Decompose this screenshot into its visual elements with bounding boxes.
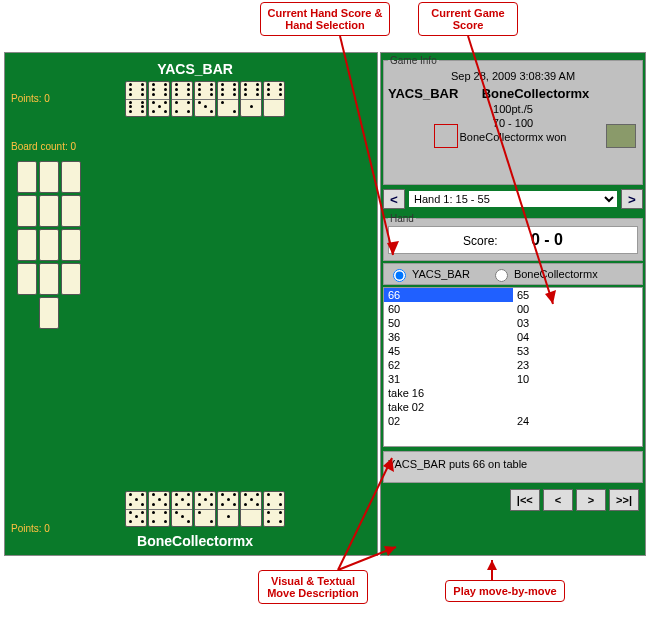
radio-p2[interactable]: BoneCollectormx bbox=[490, 266, 598, 282]
prev-move-button[interactable]: < bbox=[543, 489, 573, 511]
top-hand bbox=[125, 81, 285, 117]
game-players: YACS_BAR BoneCollectormx bbox=[388, 86, 638, 101]
boneyard bbox=[17, 161, 81, 331]
points-bottom-label: Points: 0 bbox=[11, 523, 50, 534]
radio-p1[interactable]: YACS_BAR bbox=[388, 266, 470, 282]
game-info-panel: Game Info Sep 28, 2009 3:08:39 AM YACS_B… bbox=[383, 55, 643, 185]
prev-hand-button[interactable]: < bbox=[383, 189, 405, 209]
points-top-label: Points: 0 bbox=[11, 93, 50, 104]
game-board: YACS_BAR Points: 0 Board count: 0 Points… bbox=[4, 52, 378, 556]
svg-marker-9 bbox=[487, 560, 497, 570]
next-hand-button[interactable]: > bbox=[621, 189, 643, 209]
first-move-button[interactable]: |<< bbox=[510, 489, 540, 511]
board-count-label: Board count: 0 bbox=[11, 141, 76, 152]
player-radio-bar: YACS_BAR BoneCollectormx bbox=[383, 263, 643, 285]
callout-hand-score: Current Hand Score & Hand Selection bbox=[260, 2, 390, 36]
game-info-legend: Game Info bbox=[388, 55, 439, 66]
player1-avatar-placeholder bbox=[434, 124, 458, 148]
hand-selector: < Hand 1: 15 - 55 > bbox=[383, 189, 643, 209]
right-panel: Game Info Sep 28, 2009 3:08:39 AM YACS_B… bbox=[380, 52, 646, 556]
move-description: YACS_BAR puts 66 on table bbox=[383, 451, 643, 483]
hand-score-line: Score: 0 - 0 bbox=[388, 226, 638, 254]
last-move-button[interactable]: >>| bbox=[609, 489, 639, 511]
top-player-name: YACS_BAR bbox=[95, 61, 295, 77]
hand-legend: Hand bbox=[388, 213, 416, 224]
next-move-button[interactable]: > bbox=[576, 489, 606, 511]
moves-left-col: 66605036456231take 16take 0202 bbox=[384, 288, 513, 428]
callout-move-desc: Visual & Textual Move Description bbox=[258, 570, 368, 604]
playback-controls: |<< < > >>| bbox=[383, 489, 639, 511]
move-list[interactable]: 66605036456231take 16take 0202 650003045… bbox=[383, 287, 643, 447]
hand-panel: Hand Score: 0 - 0 bbox=[383, 213, 643, 261]
game-result: BoneCollectormx won bbox=[388, 131, 638, 143]
score-label: Score: bbox=[463, 234, 498, 248]
game-score: 70 - 100 bbox=[388, 117, 638, 129]
hand-select[interactable]: Hand 1: 15 - 55 bbox=[407, 189, 619, 209]
callout-game-score: Current Game Score bbox=[418, 2, 518, 36]
bottom-hand bbox=[125, 491, 285, 527]
player2-avatar bbox=[606, 124, 636, 148]
callout-playback: Play move-by-move bbox=[445, 580, 565, 602]
game-date: Sep 28, 2009 3:08:39 AM bbox=[388, 70, 638, 82]
game-stakes: 100pt./5 bbox=[388, 103, 638, 115]
moves-right-col: 65000304532310 24 bbox=[513, 288, 642, 428]
score-value: 0 - 0 bbox=[531, 231, 563, 248]
bottom-player-name: BoneCollectormx bbox=[95, 533, 295, 549]
